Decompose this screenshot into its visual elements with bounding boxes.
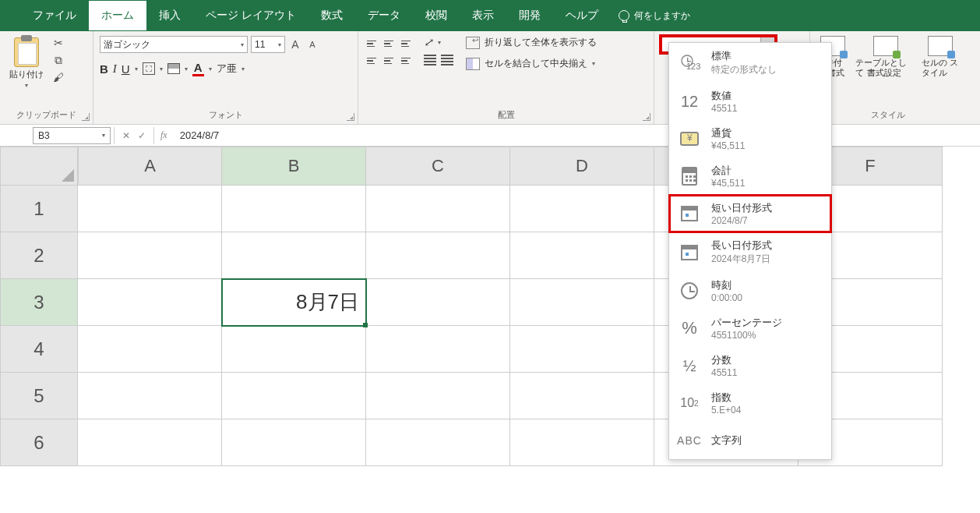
row-header-5[interactable]: 5	[0, 373, 78, 419]
cell-B2[interactable]	[222, 232, 366, 279]
cell-C3[interactable]	[366, 279, 510, 326]
italic-button[interactable]: I	[113, 62, 117, 76]
fill-color-button[interactable]	[167, 63, 180, 74]
cell-A1[interactable]	[78, 186, 222, 232]
cell-D6[interactable]	[510, 419, 654, 466]
align-bottom-right[interactable]	[399, 53, 414, 69]
tell-me-search[interactable]: 何をしますか	[619, 9, 690, 23]
cell-B4[interactable]	[222, 326, 366, 373]
cut-button[interactable]: ✂	[51, 36, 65, 50]
format-long-date[interactable]: 長い日付形式2024年8月7日	[669, 232, 831, 272]
format-number[interactable]: 12 数値45511	[669, 83, 831, 120]
decrease-indent-button[interactable]	[424, 55, 436, 65]
font-name-select[interactable]: 游ゴシック ▾	[100, 36, 248, 53]
cell-D5[interactable]	[510, 373, 654, 419]
tab-developer[interactable]: 開発	[506, 1, 553, 30]
align-top-right[interactable]	[399, 36, 414, 51]
select-all-corner[interactable]	[0, 147, 78, 186]
font-dialog-launcher[interactable]	[347, 113, 354, 121]
cell-C5[interactable]	[366, 373, 510, 419]
cell-A2[interactable]	[78, 232, 222, 279]
caret-down-icon[interactable]: ▾	[241, 65, 245, 73]
cell-D4[interactable]	[510, 326, 654, 373]
align-top-left[interactable]	[365, 36, 380, 51]
tab-home[interactable]: ホーム	[89, 1, 146, 30]
align-top-center[interactable]	[382, 36, 397, 51]
cancel-formula-button[interactable]: ✕	[122, 130, 130, 141]
col-header-A[interactable]: A	[78, 147, 222, 186]
format-time[interactable]: 時刻0:00:00	[669, 272, 831, 310]
orientation-button[interactable]: ⤢	[424, 36, 433, 48]
tab-page-layout[interactable]: ページ レイアウト	[193, 1, 308, 30]
cell-A6[interactable]	[78, 419, 222, 466]
merge-center-button[interactable]: セルを結合して中央揃え ▾	[466, 57, 597, 70]
row-header-6[interactable]: 6	[0, 419, 78, 466]
col-header-D[interactable]: D	[510, 147, 654, 186]
formula-input[interactable]: 2024/8/7	[174, 129, 980, 141]
col-header-B[interactable]: B	[222, 147, 366, 186]
name-box[interactable]: B3 ▾	[33, 127, 111, 144]
cell-B1[interactable]	[222, 186, 366, 232]
shrink-font-button[interactable]: A	[305, 37, 319, 51]
format-percentage[interactable]: % パーセンテージ4551100%	[669, 310, 831, 347]
border-button[interactable]	[143, 62, 155, 75]
tab-insert[interactable]: 挿入	[146, 1, 193, 30]
caret-down-icon: ▾	[102, 132, 105, 139]
tab-review[interactable]: 校閲	[413, 1, 460, 30]
cell-D3[interactable]	[510, 279, 654, 326]
tab-help[interactable]: ヘルプ	[553, 1, 611, 30]
format-accounting[interactable]: 会計¥45,511	[669, 157, 831, 195]
tab-file[interactable]: ファイル	[20, 1, 89, 30]
grow-font-button[interactable]: A	[288, 37, 302, 51]
format-as-table-button[interactable]: テーブルとして 書式設定	[855, 36, 915, 78]
caret-down-icon[interactable]: ▾	[438, 39, 441, 46]
cell-D2[interactable]	[510, 232, 654, 279]
tab-data[interactable]: データ	[355, 1, 413, 30]
row-header-2[interactable]: 2	[0, 232, 78, 279]
format-currency[interactable]: 通貨¥45,511	[669, 120, 831, 157]
bold-button[interactable]: B	[100, 62, 108, 76]
cell-styles-button[interactable]: セルの スタイル	[922, 36, 960, 78]
format-scientific[interactable]: 102 指数5.E+04	[669, 384, 831, 422]
caret-down-icon[interactable]: ▾	[135, 65, 138, 73]
cell-A5[interactable]	[78, 373, 222, 419]
format-painter-button[interactable]: 🖌	[51, 70, 65, 84]
cell-C1[interactable]	[366, 186, 510, 232]
phonetic-button[interactable]: ア亜	[217, 62, 237, 76]
format-short-date[interactable]: 短い日付形式2024/8/7	[669, 195, 831, 232]
alignment-dialog-launcher[interactable]	[643, 113, 650, 121]
cell-B5[interactable]	[222, 373, 366, 419]
row-header-3[interactable]: 3	[0, 279, 78, 326]
cell-A4[interactable]	[78, 326, 222, 373]
row-header-1[interactable]: 1	[0, 186, 78, 232]
fx-icon[interactable]: fx	[160, 129, 167, 141]
cell-B6[interactable]	[222, 419, 366, 466]
copy-button[interactable]: ⧉	[51, 53, 65, 67]
paste-button[interactable]: 貼り付け ▾	[6, 36, 47, 90]
increase-indent-button[interactable]	[441, 55, 453, 65]
cell-B3[interactable]: 8月7日	[222, 279, 366, 326]
cell-A3[interactable]	[78, 279, 222, 326]
cell-C6[interactable]	[366, 419, 510, 466]
font-color-button[interactable]: A	[192, 61, 204, 76]
col-header-C[interactable]: C	[366, 147, 510, 186]
format-fraction[interactable]: ½ 分数45511	[669, 347, 831, 384]
tab-view[interactable]: 表示	[460, 1, 506, 30]
tab-formulas[interactable]: 数式	[308, 1, 355, 30]
caret-down-icon[interactable]: ▾	[160, 65, 163, 73]
cell-C4[interactable]	[366, 326, 510, 373]
wrap-text-button[interactable]: 折り返して全体を表示する	[466, 36, 597, 49]
format-general[interactable]: 123 標準特定の形式なし	[669, 43, 831, 83]
clipboard-dialog-launcher[interactable]	[82, 113, 90, 121]
caret-down-icon[interactable]: ▾	[185, 65, 188, 73]
accept-formula-button[interactable]: ✓	[138, 130, 146, 141]
row-header-4[interactable]: 4	[0, 326, 78, 373]
cell-D1[interactable]	[510, 186, 654, 232]
caret-down-icon[interactable]: ▾	[209, 65, 212, 73]
align-bottom-left[interactable]	[365, 53, 380, 69]
format-text[interactable]: ABC 文字列	[669, 422, 831, 459]
cell-C2[interactable]	[366, 232, 510, 279]
align-bottom-center[interactable]	[382, 53, 397, 69]
font-size-select[interactable]: 11 ▾	[251, 36, 285, 53]
underline-button[interactable]: U	[122, 62, 130, 76]
